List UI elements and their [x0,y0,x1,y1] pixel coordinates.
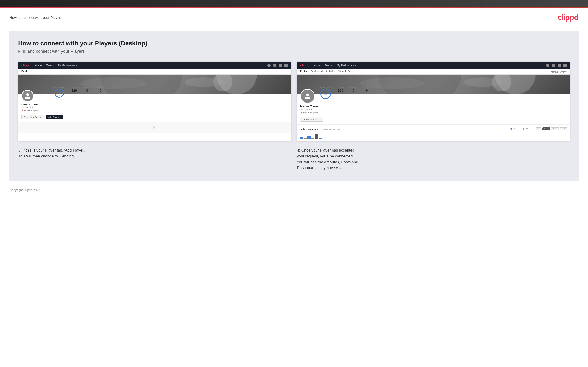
left-profile-info: Marcus Turner 1-5 Handicap 📍 United King… [21,103,288,112]
description-left: 3) If this is your Player tap, 'Add Play… [18,148,291,171]
screenshot-right: clippd Home Teams My Performance Profile… [297,61,570,141]
page-title: How to connect with your Players (Deskto… [18,40,570,47]
left-nav-home[interactable]: Home [35,64,42,67]
main-content: How to connect with your Players (Deskto… [9,31,579,181]
left-following-label: Following [96,86,105,89]
right-menu-icon[interactable] [563,64,567,67]
right-profile-stats: Player Quality 92 Activities 129 Followe [318,86,567,99]
left-profile-stats: Player Quality 92 Activities 129 Followe [37,86,288,98]
left-stat-followers: Followers 0 [83,86,91,92]
right-followers-value: 0 [353,89,355,92]
left-stat-following: Following 0 [96,86,105,92]
left-followers-value: 0 [86,89,88,92]
right-sub-nav-tabs: Profile Dashboard Activities What To On [300,70,351,74]
right-stat-activities: Activities 129 [337,86,345,92]
right-stat-pq: Player Quality 92 [320,86,332,99]
right-tab-whattoon[interactable]: What To On [339,70,351,74]
page-subtitle: Find and connect with your Players [18,49,570,54]
breadcrumb: How to connect with your Players [9,16,62,19]
left-app-nav: clippd Home Teams My Performance [18,61,291,69]
right-settings-icon[interactable] [558,64,561,67]
right-tab-dashboard[interactable]: Dashboard [311,70,322,74]
add-player-button[interactable]: Add Player + [46,115,63,119]
filter-3mths[interactable]: 3 mths [551,127,559,130]
right-user-label[interactable]: Marcus Turner ▾ [551,71,567,74]
menu-icon[interactable] [285,64,288,67]
desc-right-line2: your request, you'll be connected. [297,153,570,159]
remove-player-button[interactable]: Remove Player ✕ [300,117,323,122]
left-scissors-area: ✂ [18,122,291,133]
right-nav-home[interactable]: Home [313,64,320,67]
description-right: 4) Once your Player has accepted your re… [297,148,570,171]
right-profile-info: Marcus Turner 1-5 Handicap 📍 United King… [300,105,567,114]
right-tab-activities[interactable]: Activities [326,70,335,74]
right-stat-followers: Followers 0 [349,86,357,92]
left-followers-label: Followers [83,86,91,89]
copyright: Copyright Clippd 2022 [9,188,40,192]
left-player-handicap: 1-5 Handicap [21,106,288,109]
screenshot-left: clippd Home Teams My Performance Profile [18,61,291,141]
activity-subtitle: Monthly Activity · 6 Months [322,128,345,130]
right-user-icon[interactable] [552,64,555,67]
filter-6mths[interactable]: 6 mths [542,127,550,130]
top-bar [0,0,588,7]
chart-bar-1 [300,137,303,139]
chart-bar-6 [319,138,322,139]
left-stat-activities: Activities 129 [70,86,78,92]
desc-right-line3: You will see the Activities, Posts and [297,159,570,165]
right-following-value: 0 [366,89,368,92]
right-followers-label: Followers [349,86,357,89]
right-search-icon[interactable] [546,64,549,67]
right-activities-value: 129 [338,89,343,92]
search-icon[interactable] [267,64,271,67]
right-player-handicap: 1-5 Handicap [300,108,567,111]
close-icon: ✕ [319,118,321,120]
location-icon: 📍 [21,110,24,112]
desc-left-line2: This will then change to 'Pending'. [18,153,291,159]
user-icon[interactable] [273,64,277,67]
off-course-dot [523,128,525,130]
right-following-label: Following [363,86,371,89]
left-stat-pq: Player Quality 92 [53,86,65,98]
right-nav-performance[interactable]: My Performance [337,64,356,67]
right-sub-nav: Profile Dashboard Activities What To On … [297,69,570,75]
filter-1mth[interactable]: 1 mth [560,127,567,130]
chart-bar-4 [311,138,314,139]
left-nav-performance[interactable]: My Performance [58,64,77,67]
settings-icon[interactable] [279,64,282,67]
left-player-location: 📍 United Kingdom [21,109,288,113]
left-sub-nav: Profile [18,69,291,75]
plus-icon: + [60,116,61,118]
filter-1yr[interactable]: 1 yr [536,127,542,130]
desc-right-line4: Dashboards they have visible. [297,165,570,171]
right-activities-label: Activities [337,86,345,89]
left-activities-label: Activities [70,86,78,89]
right-tab-profile[interactable]: Profile [300,70,308,74]
right-profile-area: Player Quality 92 Activities 129 Followe [297,94,570,125]
request-to-follow-button[interactable]: Request to Follow [21,115,44,119]
left-pq-circle: 92 [55,89,64,98]
right-pq-circle: 92 [320,89,331,99]
activity-title: Activity Summary [300,128,318,130]
left-app-logo: clippd [21,63,30,67]
on-course-dot [510,128,512,130]
chart-bar-3 [307,136,311,139]
left-app-buttons: Request to Follow Add Player + [21,115,288,119]
left-player-name: Marcus Turner [21,103,288,106]
right-nav-teams[interactable]: Teams [325,64,333,67]
right-app-logo: clippd [300,63,309,67]
desc-left-line1: 3) If this is your Player tap, 'Add Play… [18,148,291,153]
chart-bar-2 [303,138,307,139]
left-tab-profile[interactable]: Profile [21,70,29,74]
right-person-icon [304,93,311,100]
right-player-location: 📍 United Kingdom [300,111,567,115]
left-nav-teams[interactable]: Teams [46,64,54,67]
left-profile-area: Player Quality 92 Activities 129 Followe [18,94,291,122]
activity-legend: On course Off course [510,128,533,130]
right-player-name: Marcus Turner [300,105,567,108]
activity-summary-labels: Activity Summary Monthly Activity · 6 Mo… [300,127,345,131]
activity-controls: On course Off course 1 yr 6 mths 3 mths … [510,127,567,130]
header: How to connect with your Players clippd [0,8,588,26]
scissors-icon: ✂ [153,125,156,130]
left-avatar [21,90,34,102]
